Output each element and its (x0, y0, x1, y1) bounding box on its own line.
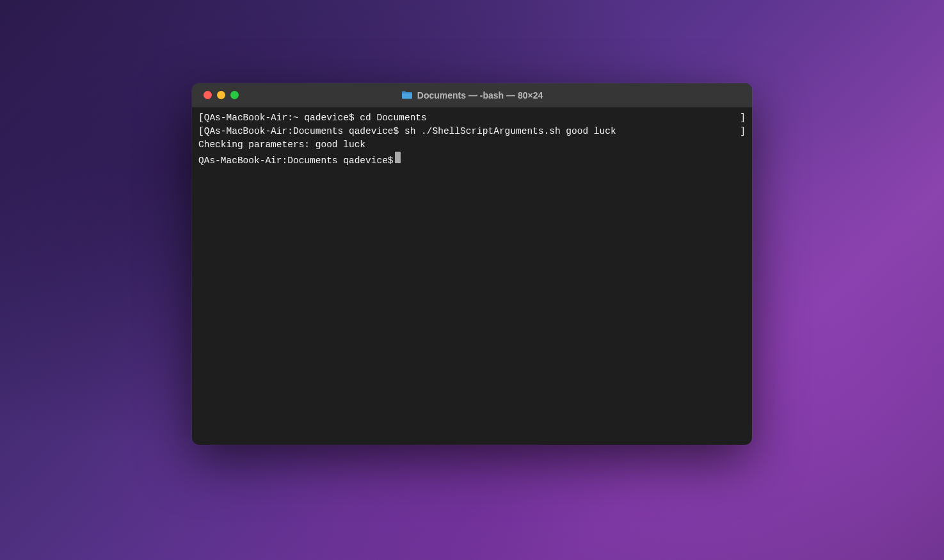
folder-icon (401, 90, 413, 100)
shell-prompt: QAs-MacBook-Air:~ qadevice$ (204, 113, 360, 123)
shell-prompt: QAs-MacBook-Air:Documents qadevice$ (198, 154, 394, 168)
titlebar[interactable]: Documents — -bash — 80×24 (192, 83, 752, 108)
minimize-button[interactable] (217, 91, 225, 99)
window-title: Documents — -bash — 80×24 (417, 90, 543, 100)
shell-prompt: QAs-MacBook-Air:Documents qadevice$ (204, 126, 404, 136)
shell-output: Checking parameters: good luck (198, 138, 365, 152)
terminal-line: [QAs-MacBook-Air:Documents qadevice$ sh … (198, 125, 746, 138)
current-prompt-line[interactable]: QAs-MacBook-Air:Documents qadevice$ (198, 152, 746, 168)
shell-command: sh ./ShellScriptArguments.sh good luck (404, 126, 616, 136)
cursor (395, 152, 401, 163)
maximize-button[interactable] (230, 91, 239, 99)
bracket-close: ] (740, 125, 746, 138)
close-button[interactable] (204, 91, 212, 99)
terminal-line: [QAs-MacBook-Air:~ qadevice$ cd Document… (198, 111, 746, 125)
terminal-window: Documents — -bash — 80×24 [QAs-MacBook-A… (192, 83, 752, 445)
terminal-line: Checking parameters: good luck (198, 138, 746, 152)
bracket-open: [ (198, 125, 204, 138)
title-content: Documents — -bash — 80×24 (204, 90, 740, 100)
terminal-body[interactable]: [QAs-MacBook-Air:~ qadevice$ cd Document… (192, 108, 752, 445)
shell-command: cd Documents (360, 113, 426, 123)
bracket-open: [ (198, 111, 204, 125)
traffic-lights (204, 91, 239, 99)
bracket-close: ] (740, 111, 746, 125)
